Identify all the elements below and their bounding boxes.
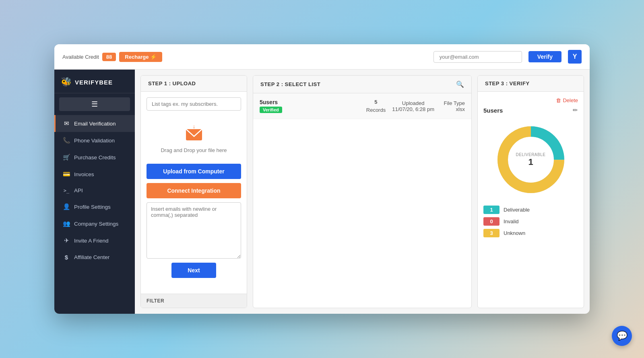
sidebar-item-label: Invoices	[74, 171, 94, 177]
list-name: 5users	[260, 99, 360, 105]
donut-center: DELIVERABLE 1	[516, 152, 546, 167]
api-icon: >_	[63, 188, 70, 193]
step1-body: ↓ Drag and Drop your file here Upload fr…	[141, 92, 247, 294]
chat-bubble-button[interactable]: 💬	[612, 326, 632, 346]
filter-bar: FILTER	[141, 294, 247, 308]
email-textarea[interactable]	[147, 202, 241, 259]
verified-badge: Verified	[260, 107, 282, 113]
drop-zone[interactable]: ↓ Drag and Drop your file here	[147, 115, 241, 160]
delete-label: Delete	[563, 97, 578, 103]
sidebar-item-label: Invite A Friend	[74, 238, 109, 244]
next-button[interactable]: Next	[171, 263, 216, 278]
step1-panel: STEP 1 : UPLOAD ↓ Drag and	[140, 75, 247, 308]
step2-body: 5users Verified 5 Records Uploaded 11/07…	[253, 93, 471, 119]
list-title-text: 5users	[483, 107, 503, 114]
sidebar-item-invoices[interactable]: 💳 Invoices	[54, 166, 135, 183]
records-label: Records	[366, 106, 386, 114]
header-left: Available Credit 88 Recharge ⚡	[62, 52, 162, 62]
list-row[interactable]: 5users Verified 5 Records Uploaded 11/07…	[253, 93, 471, 119]
dollar-icon: $	[63, 254, 70, 261]
trash-icon: 🗑	[556, 97, 561, 103]
filter-label: FILTER	[147, 298, 164, 304]
legend-item-invalid: 0 Invalid	[483, 217, 578, 226]
user-avatar[interactable]: Y	[568, 50, 582, 64]
list-records: 5 Records	[366, 98, 386, 114]
sidebar-item-label: Purchase Credits	[74, 154, 116, 160]
logo-text: VERIFYBEE	[75, 79, 113, 86]
unknown-label: Unknown	[504, 230, 525, 236]
cart-icon: 🛒	[63, 154, 70, 161]
company-icon: 👥	[63, 220, 70, 227]
sidebar-item-label: Company Settings	[74, 221, 118, 227]
sidebar-item-label: Email Verification	[74, 121, 116, 127]
chat-bubble-icon: 💬	[617, 331, 627, 341]
content-wrapper: STEP 1 : UPLOAD ↓ Drag and	[135, 70, 590, 314]
delete-link[interactable]: 🗑 Delete	[483, 97, 578, 103]
edit-icon[interactable]: ✏	[573, 107, 578, 114]
donut-label: DELIVERABLE	[516, 152, 546, 157]
verify-button[interactable]: Verify	[528, 51, 561, 62]
email-icon: ✉	[63, 120, 70, 127]
list-filetype: File Type xlsx	[441, 100, 465, 112]
list-title-row: 5users ✏	[483, 107, 578, 114]
drag-drop-text: Drag and Drop your file here	[151, 147, 237, 153]
sidebar-item-affiliate-center[interactable]: $ Affiliate Center	[54, 249, 135, 265]
deliverable-count-badge: 1	[483, 206, 500, 214]
user-icon: 👤	[63, 203, 70, 210]
sidebar-item-label: API	[74, 187, 83, 193]
credit-count-badge: 88	[102, 53, 116, 61]
sidebar-item-label: Profile Settings	[74, 204, 111, 210]
records-count: 5	[366, 98, 386, 106]
step2-header: STEP 2 : SELECT LIST 🔍	[253, 76, 471, 93]
file-type-value: xlsx	[441, 106, 465, 112]
deliverable-label: Deliverable	[504, 207, 530, 213]
step3-header: STEP 3 : VERIFY	[478, 76, 584, 92]
list-name-col: 5users Verified	[260, 99, 360, 113]
donut-value: 1	[516, 157, 546, 167]
logo-area: 🐝 VERIFYBEE	[54, 70, 135, 93]
uploaded-date: 11/07/20, 6:28 pm	[392, 106, 434, 112]
svg-text:↓: ↓	[192, 123, 195, 130]
sidebar-item-email-verification[interactable]: ✉ Email Verification	[54, 115, 135, 132]
sidebar-item-profile-settings[interactable]: 👤 Profile Settings	[54, 198, 135, 215]
legend-item-deliverable: 1 Deliverable	[483, 206, 578, 214]
invite-icon: ✈	[63, 237, 70, 244]
step1-header: STEP 1 : UPLOAD	[141, 76, 247, 92]
step1-header-label: STEP 1 : UPLOAD	[148, 80, 196, 86]
card-icon: 💳	[63, 171, 70, 178]
upload-from-computer-button[interactable]: Upload from Computer	[147, 164, 241, 179]
unknown-count-badge: 3	[483, 229, 500, 237]
uploaded-label: Uploaded	[392, 100, 434, 106]
invalid-label: Invalid	[504, 218, 519, 224]
step3-panel: STEP 3 : VERIFY 🗑 Delete 5users ✏	[477, 75, 584, 308]
sidebar-item-label: Phone Validation	[74, 138, 115, 144]
available-credit-label: Available Credit	[62, 54, 99, 60]
list-tag-input[interactable]	[147, 97, 241, 111]
sidebar-item-api[interactable]: >_ API	[54, 183, 135, 198]
legend-item-unknown: 3 Unknown	[483, 229, 578, 237]
donut-chart: DELIVERABLE 1	[495, 123, 567, 196]
sidebar-item-label: Affiliate Center	[74, 254, 109, 260]
step2-header-label: STEP 2 : SELECT LIST	[260, 81, 320, 87]
sidebar-item-purchase-credits[interactable]: 🛒 Purchase Credits	[54, 149, 135, 166]
sidebar-nav: ✉ Email Verification 📞 Phone Validation …	[54, 115, 135, 314]
hamburger-button[interactable]: ☰	[59, 97, 130, 111]
recharge-button[interactable]: Recharge ⚡	[119, 52, 162, 62]
invalid-count-badge: 0	[483, 217, 500, 226]
sidebar-item-invite-a-friend[interactable]: ✈ Invite A Friend	[54, 232, 135, 249]
logo-bee-icon: 🐝	[61, 77, 72, 87]
sidebar-item-phone-validation[interactable]: 📞 Phone Validation	[54, 132, 135, 149]
legend: 1 Deliverable 0 Invalid 3 Unknown	[483, 206, 578, 237]
sidebar-item-company-settings[interactable]: 👥 Company Settings	[54, 215, 135, 232]
file-type-label: File Type	[441, 100, 465, 106]
step2-panel: STEP 2 : SELECT LIST 🔍 5users Verified 5…	[253, 75, 472, 308]
drop-icon: ↓	[151, 121, 237, 145]
search-button[interactable]: 🔍	[456, 80, 464, 88]
list-uploaded: Uploaded 11/07/20, 6:28 pm	[392, 100, 434, 112]
verify-email-input[interactable]	[433, 51, 522, 63]
step3-body: 🗑 Delete 5users ✏	[478, 92, 584, 243]
main-layout: 🐝 VERIFYBEE ☰ ✉ Email Verification 📞 Pho…	[54, 70, 590, 314]
sidebar: 🐝 VERIFYBEE ☰ ✉ Email Verification 📞 Pho…	[54, 70, 135, 314]
phone-icon: 📞	[63, 137, 70, 144]
connect-integration-button[interactable]: Connect Integration	[147, 183, 241, 198]
